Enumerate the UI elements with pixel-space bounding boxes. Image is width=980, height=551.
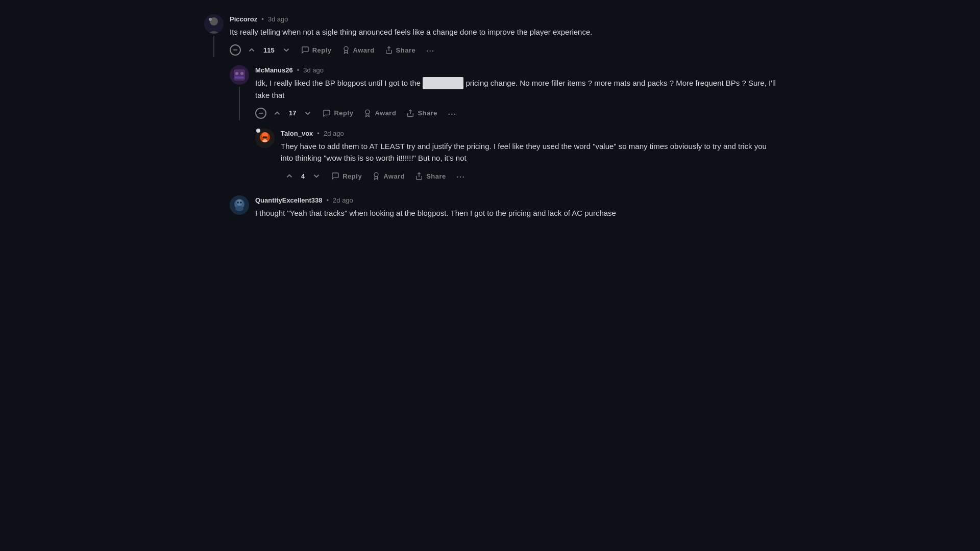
comment-actions: 4 [281,169,776,183]
svg-rect-9 [235,77,244,79]
svg-point-27 [240,202,242,204]
downvote-icon [312,171,321,181]
comment-content: Piccoroz • 3d ago Its really telling whe… [230,14,776,57]
share-label: Share [426,172,446,180]
comment-content: Talon_vox • 2d ago They have to add them… [281,129,776,184]
vote-section: 17 [268,107,316,120]
dot-separator: • [261,15,264,23]
comment-timestamp: 2d ago [324,130,344,137]
online-dot [256,129,260,133]
comment-username[interactable]: Piccoroz [230,15,257,23]
vote-section: 115 [243,43,295,57]
nested-comment-level1: McManus26 • 3d ago Idk, I really liked t… [230,61,776,187]
award-button[interactable]: Award [368,170,409,182]
comment-left-col [204,14,224,57]
reply-button[interactable]: Reply [318,107,357,119]
upvote-icon [247,45,256,55]
award-label: Award [375,109,396,117]
comment-header: McManus26 • 3d ago [255,66,776,74]
award-icon [363,109,372,117]
award-label: Award [383,172,405,180]
upvote-button[interactable] [268,107,286,120]
svg-point-25 [235,206,243,211]
vote-count: 17 [289,109,296,117]
award-label: Award [353,46,375,54]
dot-separator: • [327,196,329,204]
share-icon [406,109,414,117]
avatar [230,195,249,215]
comment-username[interactable]: McManus26 [255,66,293,74]
nested-comment-quantity: QuantityExcellent338 • 2d ago I thought … [230,191,776,223]
share-icon [385,46,393,54]
svg-point-2 [209,18,212,21]
share-button[interactable]: Share [411,170,450,182]
svg-point-18 [265,136,267,138]
share-icon [415,172,423,180]
comment-header: Piccoroz • 3d ago [230,15,776,23]
upvote-button[interactable] [243,43,260,57]
award-icon [342,46,350,54]
collapse-button[interactable]: − [255,108,266,119]
vote-count: 4 [301,172,305,180]
collapse-button[interactable]: − [230,44,241,56]
reply-icon [323,109,331,117]
svg-point-26 [237,202,239,204]
comment-left-col [255,129,275,184]
avatar [204,14,224,34]
avatar [230,65,249,85]
thread-line[interactable] [239,87,240,120]
more-options-button[interactable]: ··· [422,43,438,57]
comment-item: Piccoroz • 3d ago Its really telling whe… [204,10,776,61]
reply-button[interactable]: Reply [327,170,366,182]
reply-label: Reply [312,46,332,54]
comment-body: I thought "Yeah that tracks" when lookin… [255,207,776,219]
avatar-wrapper [255,129,275,148]
downvote-button[interactable] [278,43,295,57]
downvote-button[interactable] [308,169,325,183]
upvote-button[interactable] [281,169,298,183]
svg-point-20 [374,173,378,177]
comment-left-col [230,65,249,120]
downvote-icon [282,45,291,55]
share-button[interactable]: Share [402,107,442,119]
comment-timestamp: 3d ago [268,15,288,23]
more-options-button[interactable]: ··· [452,169,469,183]
more-options-button[interactable]: ··· [444,106,460,120]
svg-point-7 [235,72,238,75]
comment-username[interactable]: Talon_vox [281,130,313,137]
reply-icon [331,172,339,180]
comment-timestamp: 3d ago [303,66,324,74]
comment-item: Talon_vox • 2d ago They have to add them… [255,124,776,188]
nested-comment-level2: Talon_vox • 2d ago They have to add them… [255,124,776,188]
redacted-text [423,77,463,89]
downvote-button[interactable] [299,107,316,120]
share-label: Share [396,46,416,54]
dot-separator: • [317,130,320,137]
award-button[interactable]: Award [338,44,379,56]
comment-item: QuantityExcellent338 • 2d ago I thought … [230,191,776,223]
comment-left-col [230,195,249,219]
comment-header: QuantityExcellent338 • 2d ago [255,196,776,204]
svg-point-17 [263,136,265,138]
comment-timestamp: 2d ago [333,196,353,204]
dot-separator: • [297,66,300,74]
award-button[interactable]: Award [359,107,400,119]
avatar-image [230,195,249,215]
comment-item: McManus26 • 3d ago Idk, I really liked t… [230,61,776,124]
reply-label: Reply [334,109,353,117]
upvote-icon [285,171,294,181]
svg-rect-6 [234,69,245,81]
avatar-image [230,65,249,85]
svg-point-19 [262,139,267,142]
svg-point-3 [344,47,348,51]
reply-button[interactable]: Reply [297,44,336,56]
comment-thread: Piccoroz • 3d ago Its really telling whe… [204,10,776,223]
thread-line[interactable] [213,36,214,57]
avatar-image [204,14,224,34]
share-button[interactable]: Share [381,44,420,56]
vote-section: 4 [281,169,325,183]
comment-username[interactable]: QuantityExcellent338 [255,196,323,204]
vote-count: 115 [263,46,275,54]
comment-content: McManus26 • 3d ago Idk, I really liked t… [255,65,776,120]
page-container: Piccoroz • 3d ago Its really telling whe… [184,0,796,234]
